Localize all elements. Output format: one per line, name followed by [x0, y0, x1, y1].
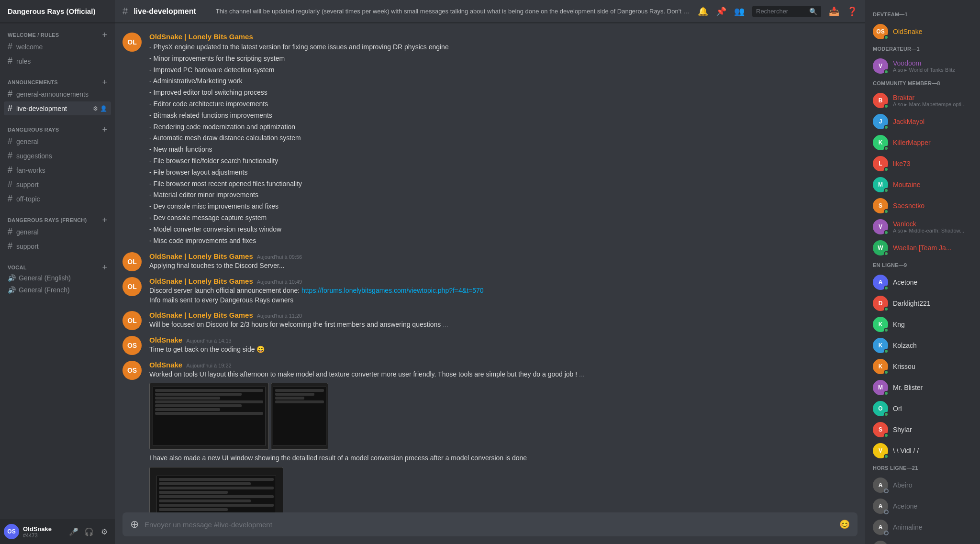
bell-icon[interactable]: 🔔 [698, 6, 708, 17]
channel-item-welcome[interactable]: #welcome [4, 40, 111, 54]
member-item[interactable]: D Darklight221 [869, 293, 976, 314]
channel-item-fan_works[interactable]: #fan-works [4, 163, 111, 177]
channel-item-dr_general[interactable]: #general [4, 134, 111, 148]
member-item[interactable]: A Animaline [869, 517, 976, 538]
settings-button[interactable]: ⚙ [98, 525, 111, 538]
member-item[interactable]: A Acetone [869, 496, 976, 517]
channel-item-general_english[interactable]: 🔊General (English) [4, 272, 111, 284]
message-list: - PhysX engine updated to the latest ver… [149, 42, 858, 246]
message-timestamp: Aujourd'hui à 19:22 [186, 363, 231, 368]
section-header[interactable]: ANNOUNCEMENTS+ [4, 78, 111, 87]
section-header[interactable]: VOCAL+ [4, 263, 111, 272]
user-controls: 🎤 🎧 ⚙ [67, 525, 111, 538]
messages-area: OL OldSnake | Lonely Bits Games - PhysX … [115, 23, 865, 512]
member-name: Braktar [893, 94, 966, 101]
member-item[interactable]: A Abeiro [869, 475, 976, 496]
online-indicator [884, 307, 889, 311]
channel-item-live_development[interactable]: #live-development⚙👤 [4, 101, 111, 115]
message-text: Discord server launch official announcem… [149, 286, 858, 305]
member-sub: Also ▸ Marc Mapettempe opti... [893, 101, 966, 108]
channel-item-fr_general[interactable]: #general [4, 225, 111, 239]
section-title: ANNOUNCEMENTS [8, 79, 58, 85]
member-item[interactable]: A Arkahaine [869, 538, 976, 544]
member-item[interactable]: W Waellan [Team Ja... [869, 237, 976, 258]
section-add-button[interactable]: + [102, 125, 107, 134]
help-icon[interactable]: ❓ [847, 6, 858, 17]
channel-name: off-topic [16, 195, 107, 203]
main-content: # live-development This channel will be … [115, 0, 865, 544]
forum-link[interactable]: https://forums.lonelybitsgames.com/viewt… [301, 287, 484, 294]
member-item[interactable]: K Kng [869, 314, 976, 335]
settings-icon[interactable]: ⚙ [93, 105, 98, 112]
avatar: OL [122, 252, 142, 271]
member-item[interactable]: V Voodoom Also ▸ World of Tanks Blitz [869, 56, 976, 77]
mute-button[interactable]: 🎤 [67, 525, 80, 538]
search-input[interactable] [756, 8, 806, 15]
add-attachment-button[interactable]: ⊕ [130, 512, 139, 536]
member-name: Shylar [893, 426, 912, 433]
member-item[interactable]: O Orl [869, 398, 976, 419]
member-item[interactable]: A Acetone [869, 272, 976, 293]
channel-item-general_announcements[interactable]: #general-announcements [4, 87, 111, 101]
member-item[interactable]: L like73 [869, 153, 976, 174]
message-content: OldSnake | Lonely Bits Games Aujourd'hui… [149, 311, 858, 330]
avatar: K [873, 359, 888, 374]
member-item[interactable]: J JackMayol [869, 111, 976, 132]
channel-header: # live-development This channel will be … [115, 0, 865, 23]
member-item[interactable]: M Moutaine [869, 174, 976, 195]
member-item[interactable]: S Shylar [869, 419, 976, 440]
header-divider [206, 6, 206, 17]
member-name: JackMayol [893, 118, 924, 125]
list-item: - Editor code architecture improvements [149, 99, 858, 110]
emoji-button[interactable]: 😊 [839, 519, 850, 530]
search-bar[interactable]: 🔍 [752, 6, 821, 17]
section-add-button[interactable]: + [102, 31, 107, 39]
deafen-button[interactable]: 🎧 [82, 525, 96, 538]
section-header[interactable]: DANGEROUS RAYS (FRENCH)+ [4, 216, 111, 224]
avatar: B [873, 93, 888, 108]
list-item: - Rendering code modernization and optim… [149, 122, 858, 133]
member-item[interactable]: K KillerMapper [869, 132, 976, 153]
member-item[interactable]: K Krissou [869, 356, 976, 377]
members-icon[interactable]: 👥 [734, 6, 745, 17]
member-name: Animaline [893, 523, 922, 531]
section-header[interactable]: DANGEROUS RAYS+ [4, 125, 111, 134]
section-add-button[interactable]: + [102, 263, 107, 272]
ellipsis: ... [579, 370, 585, 378]
member-item[interactable]: S Saesnetko [869, 195, 976, 216]
channel-item-support[interactable]: #support [4, 178, 111, 191]
section-header[interactable]: WELCOME / RULES+ [4, 31, 111, 39]
channel-name: General (English) [19, 274, 107, 282]
pin-icon[interactable]: 📌 [716, 6, 726, 17]
channel-item-fr_support[interactable]: #support [4, 239, 111, 253]
channel-item-rules[interactable]: #rules [4, 54, 111, 68]
member-item[interactable]: V \ \ Vidl / / [869, 440, 976, 461]
inbox-icon[interactable]: 📥 [829, 6, 839, 17]
add-member-icon[interactable]: 👤 [100, 105, 107, 112]
channel-item-suggestions[interactable]: #suggestions [4, 149, 111, 163]
channel-topic: This channel will be updated regularly (… [216, 8, 692, 15]
member-item[interactable]: K Kolzach [869, 335, 976, 356]
message-content: OldSnake | Lonely Bits Games - PhysX eng… [149, 33, 858, 246]
avatar: K [873, 135, 888, 150]
member-item[interactable]: V Vanlock Also ▸ Middle-earth: Shadow... [869, 216, 976, 237]
avatar: M [873, 380, 888, 395]
member-item[interactable]: M Mr. Blister [869, 377, 976, 398]
channel-hash-icon: # [8, 241, 12, 251]
message-text: Time to get back on the coding side 😄 [149, 345, 858, 355]
online-section: EN LIGNE—9 A Acetone D Darklight221 K Kn… [869, 258, 976, 461]
member-item[interactable]: B Braktar Also ▸ Marc Mapettempe opti... [869, 90, 976, 111]
message-group: OL OldSnake | Lonely Bits Games - PhysX … [115, 31, 865, 248]
message-input[interactable] [145, 515, 834, 534]
section-add-button[interactable]: + [102, 78, 107, 87]
server-header[interactable]: Dangerous Rays (Official) [0, 0, 115, 23]
section-add-button[interactable]: + [102, 216, 107, 224]
member-name: Moutaine [893, 181, 921, 189]
member-item[interactable]: OS OldSnake [869, 21, 976, 42]
avatar: A [873, 275, 888, 290]
channel-item-general_french[interactable]: 🔊General (French) [4, 284, 111, 296]
devteam-title: DEVTEAM—1 [869, 8, 976, 19]
channel-hash-icon: # [8, 89, 12, 99]
screenshot-image [149, 383, 269, 450]
channel-item-off_topic[interactable]: #off-topic [4, 192, 111, 206]
